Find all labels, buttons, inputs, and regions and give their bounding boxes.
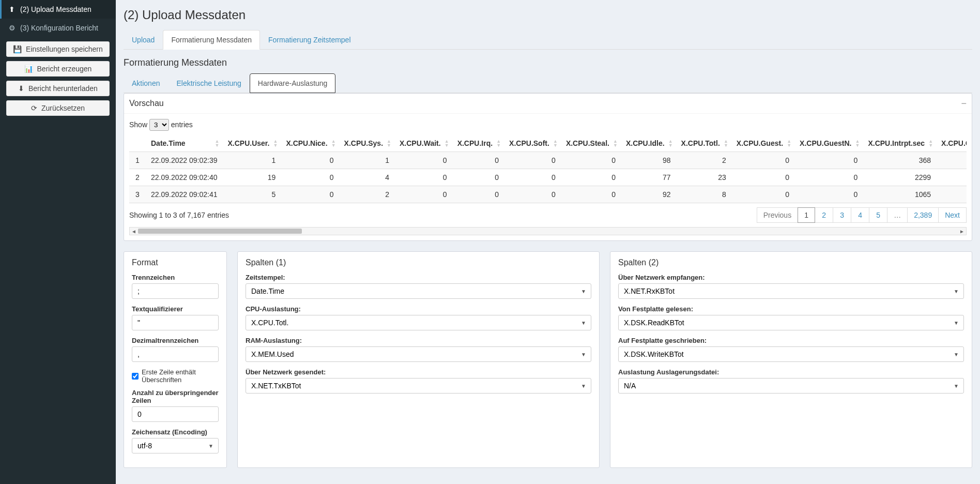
- page-link[interactable]: 3: [833, 208, 851, 222]
- tab-formatierung-zeitstempel[interactable]: Formatierung Zeitstempel: [260, 30, 359, 50]
- scroll-right-icon[interactable]: ►: [958, 229, 966, 234]
- column-header[interactable]: X.CPU.Idle.▲▼: [621, 135, 676, 152]
- header-checkbox[interactable]: [132, 373, 139, 380]
- table-cell: 2299: [863, 169, 936, 186]
- table-cell: 0: [281, 152, 339, 169]
- net-rx-select[interactable]: X.NET.RxKBTot: [618, 283, 964, 299]
- encoding-select[interactable]: utf-8: [132, 438, 219, 453]
- table-cell: 0: [281, 169, 339, 186]
- ram-label: RAM-Auslastung:: [246, 337, 591, 344]
- column-header[interactable]: X.CPU.Nice.▲▼: [281, 135, 339, 152]
- column-header[interactable]: X.CPU.Wait.▲▼: [394, 135, 452, 152]
- cpu-select[interactable]: X.CPU.Totl.: [246, 315, 591, 330]
- disk-write-select[interactable]: X.DSK.WriteKBTot: [618, 346, 964, 362]
- tab-link[interactable]: Upload: [124, 30, 163, 50]
- button-label: Zurücksetzen: [41, 104, 85, 112]
- timestamp-select[interactable]: Date.Time: [246, 283, 591, 299]
- column-header[interactable]: X.CPU.Totl.▲▼: [676, 135, 731, 152]
- decimal-label: Dezimaltrennzeichen: [132, 337, 219, 344]
- page-link[interactable]: 2: [815, 208, 833, 222]
- sidebar-item-label: (3) Konfiguration Bericht: [20, 24, 98, 32]
- page-5[interactable]: 5: [869, 207, 887, 223]
- column-header[interactable]: X.CPU.GuestN.▲▼: [794, 135, 863, 152]
- net-rx-label: Über Netzwerk empfangen:: [618, 274, 964, 281]
- separator-input[interactable]: [132, 283, 219, 299]
- column-header[interactable]: X.CPU.Ctx.sec▲▼: [936, 135, 967, 152]
- tabs-sub: AktionenElektrische LeistungHardware-Aus…: [124, 73, 972, 93]
- header-checkbox-label[interactable]: Erste Zeile enthält Überschriften: [142, 368, 219, 384]
- separator-label: Trennzeichen: [132, 274, 219, 281]
- page-1[interactable]: 1: [798, 207, 815, 223]
- quote-label: Textqualifizierer: [132, 305, 219, 313]
- column-header[interactable]: X.CPU.Irq.▲▼: [452, 135, 504, 152]
- table-cell: 1: [129, 152, 146, 169]
- tab-link[interactable]: Aktionen: [124, 73, 168, 93]
- table-row: 122.09.2022 09:02:391010000982003688520: [129, 152, 967, 169]
- tab-link[interactable]: Hardware-Auslastung: [250, 73, 336, 93]
- column-header[interactable]: Date.Time▲▼: [146, 135, 222, 152]
- column-header[interactable]: X.CPU.Intrpt.sec▲▼: [863, 135, 936, 152]
- table-scroll[interactable]: Date.Time▲▼X.CPU.User.▲▼X.CPU.Nice.▲▼X.C…: [129, 135, 967, 203]
- net-tx-select[interactable]: X.NET.TxKBTot: [246, 378, 591, 394]
- subtab-hardware-auslastung[interactable]: Hardware-Auslastung: [250, 73, 336, 93]
- column-header[interactable]: X.CPU.Steal.▲▼: [561, 135, 621, 152]
- table-cell: 0: [794, 169, 863, 186]
- page-next[interactable]: Next: [938, 207, 967, 223]
- column-header[interactable]: X.CPU.User.▲▼: [222, 135, 281, 152]
- page-3[interactable]: 3: [833, 207, 851, 223]
- table-row: 222.09.2022 09:02:4019040000772300229976…: [129, 169, 967, 186]
- table-cell: 23: [676, 169, 731, 186]
- sidebar: ⬆ (2) Upload Messdaten ⚙ (3) Konfigurati…: [0, 0, 116, 484]
- page-link[interactable]: 4: [851, 208, 869, 222]
- sidebar-item-upload-messdaten[interactable]: ⬆ (2) Upload Messdaten: [0, 0, 116, 19]
- table-cell: 0: [281, 186, 339, 203]
- tab-link[interactable]: Formatierung Zeitstempel: [260, 30, 359, 50]
- column-header[interactable]: [129, 135, 146, 152]
- tab-link[interactable]: Elektrische Leistung: [168, 73, 249, 93]
- reset-button[interactable]: ⟳ Zurücksetzen: [6, 100, 110, 116]
- page-2[interactable]: 2: [815, 207, 833, 223]
- decimal-input[interactable]: [132, 346, 219, 362]
- page-link[interactable]: 2,389: [908, 208, 938, 222]
- table-cell: 0: [794, 152, 863, 169]
- generate-report-button[interactable]: 📊 Bericht erzeugen: [6, 61, 110, 77]
- column-header[interactable]: X.CPU.Guest.▲▼: [731, 135, 794, 152]
- entries-select[interactable]: 3: [149, 119, 169, 131]
- table-cell: 22.09.2022 09:02:41: [146, 186, 222, 203]
- show-label: Show: [129, 120, 147, 129]
- table-cell: 7647: [936, 169, 967, 186]
- skip-input[interactable]: [132, 406, 219, 422]
- swap-select[interactable]: N/A: [618, 378, 964, 394]
- horizontal-scrollbar[interactable]: ◄ ►: [129, 227, 967, 235]
- page-2,389[interactable]: 2,389: [907, 207, 939, 223]
- tab-formatierung-messdaten[interactable]: Formatierung Messdaten: [163, 30, 260, 50]
- scroll-thumb[interactable]: [138, 229, 302, 234]
- page-4[interactable]: 4: [851, 207, 869, 223]
- sort-icon: ▲▼: [215, 139, 220, 147]
- page-link[interactable]: 5: [869, 208, 887, 222]
- column-header[interactable]: X.CPU.Soft.▲▼: [504, 135, 561, 152]
- ram-select[interactable]: X.MEM.Used: [246, 346, 591, 362]
- sort-icon: ▲▼: [387, 139, 391, 147]
- tab-upload[interactable]: Upload: [124, 30, 163, 50]
- subtab-aktionen[interactable]: Aktionen: [124, 73, 168, 93]
- download-report-button[interactable]: ⬇ Bericht herunterladen: [6, 81, 110, 96]
- page-link[interactable]: Next: [939, 208, 966, 222]
- scroll-left-icon[interactable]: ◄: [130, 229, 138, 234]
- skip-label: Anzahl zu überspringender Zeilen: [132, 389, 219, 404]
- column-header[interactable]: X.CPU.Sys.▲▼: [339, 135, 394, 152]
- table-cell: 1065: [863, 186, 936, 203]
- disk-read-select[interactable]: X.DSK.ReadKBTot: [618, 315, 964, 330]
- sidebar-item-konfiguration-bericht[interactable]: ⚙ (3) Konfiguration Bericht: [0, 19, 116, 37]
- tab-link[interactable]: Formatierung Messdaten: [163, 30, 260, 50]
- chart-icon: 📊: [24, 65, 33, 73]
- table-cell: 8: [676, 186, 731, 203]
- page-link: …: [887, 208, 907, 222]
- quote-input[interactable]: [132, 315, 219, 330]
- collapse-button[interactable]: −: [961, 99, 967, 108]
- page-link[interactable]: 1: [798, 207, 815, 223]
- scroll-track[interactable]: [138, 228, 958, 235]
- button-label: Einstellungen speichern: [26, 45, 103, 53]
- subtab-elektrische-leistung[interactable]: Elektrische Leistung: [168, 73, 249, 93]
- save-settings-button[interactable]: 💾 Einstellungen speichern: [6, 41, 110, 57]
